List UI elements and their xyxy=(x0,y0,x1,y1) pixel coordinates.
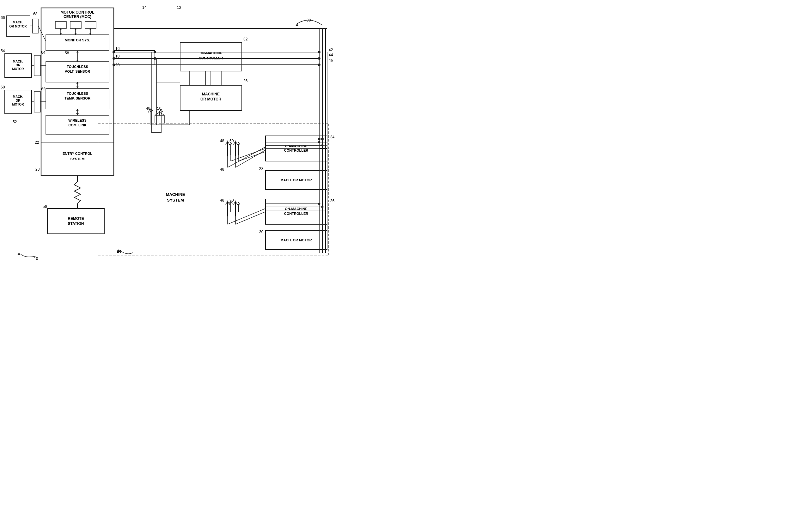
svg-rect-93 xyxy=(48,209,104,234)
mom26-label1: MACHINE xyxy=(202,92,220,96)
ref-12: 12 xyxy=(177,5,181,10)
mach-motor-60-1: MACH. xyxy=(13,95,23,99)
ref-23: 23 xyxy=(35,167,40,172)
svg-marker-16 xyxy=(74,28,77,30)
mach-motor-60-2: OR xyxy=(16,99,21,102)
ref-14: 14 xyxy=(142,5,147,10)
ref-48b: 48 xyxy=(220,139,224,143)
entry-ctrl-label2: SYSTEM xyxy=(70,157,85,161)
ref-26: 26 xyxy=(243,79,248,83)
ref-16: 16 xyxy=(115,46,120,51)
ref-42: 42 xyxy=(329,48,333,52)
svg-line-78 xyxy=(239,152,265,161)
machine-system-label1: MACHINE xyxy=(166,192,185,197)
svg-marker-13 xyxy=(59,28,62,30)
mcc-title-line1: MOTOR CONTROL xyxy=(60,10,94,15)
ref-52: 52 xyxy=(13,120,17,124)
mach-motor-60-3: MOTOR xyxy=(12,103,24,106)
ref-50c: 50 xyxy=(229,198,234,203)
ref-54: 54 xyxy=(1,49,5,53)
svg-marker-15 xyxy=(74,33,77,35)
mach-motor-54-1: MACH. xyxy=(13,60,23,63)
svg-marker-12 xyxy=(59,33,62,35)
mom26-label2: OR MOTOR xyxy=(200,97,221,101)
ref-50a: 50 xyxy=(157,106,162,111)
ref-32: 32 xyxy=(243,37,248,41)
svg-rect-10 xyxy=(85,21,96,28)
svg-marker-27 xyxy=(76,113,79,115)
ref-48c: 48 xyxy=(220,167,224,172)
ref-46: 46 xyxy=(329,58,333,62)
touchless-volt-label1: TOUCHLESS xyxy=(67,65,88,69)
svg-rect-9 xyxy=(70,21,81,28)
wireless-label1: WIRELESS xyxy=(68,118,86,122)
diagram-container: MOTOR CONTROL CENTER (MCC) MONITOR SYS. … xyxy=(0,0,396,266)
svg-rect-84 xyxy=(34,92,40,112)
monitor-sys-label: MONITOR SYS. xyxy=(65,38,90,42)
svg-marker-28 xyxy=(76,109,79,111)
svg-line-140 xyxy=(227,209,265,224)
svg-marker-106 xyxy=(296,24,299,26)
svg-line-137 xyxy=(236,150,265,167)
mach-motor-30: MACH. OR MOTOR xyxy=(280,238,312,242)
wireless-label2: COM. LINK xyxy=(68,123,86,127)
svg-line-136 xyxy=(227,147,265,167)
mach-motor-top-left-2: OR MOTOR xyxy=(10,25,27,28)
svg-marker-22 xyxy=(76,51,79,53)
ref-34: 34 xyxy=(330,135,335,139)
ref-48d: 48 xyxy=(220,198,224,203)
svg-marker-24 xyxy=(76,87,79,89)
svg-marker-18 xyxy=(89,33,92,35)
touchless-volt-label2: VOLT. SENSOR xyxy=(65,70,90,73)
omc34-label2: CONTROLLER xyxy=(284,149,308,152)
ref-44: 44 xyxy=(329,53,333,57)
ref-64: 64 xyxy=(41,50,45,55)
touchless-temp-label2: TEMP. SENSOR xyxy=(64,96,90,100)
machine-system-label2: SYSTEM xyxy=(167,198,184,203)
ref-62: 62 xyxy=(41,87,45,91)
mcc-title-line2: CENTER (MCC) xyxy=(63,15,91,19)
svg-line-77 xyxy=(231,149,265,161)
svg-marker-25 xyxy=(76,82,79,84)
omc32-label1: ON-MACHINE xyxy=(199,51,222,55)
omc36-label2: CONTROLLER xyxy=(284,212,308,215)
svg-marker-21 xyxy=(76,60,79,62)
remote-station-label1: REMOTE xyxy=(68,216,84,221)
mach-motor-top-left-1: MACH. xyxy=(13,21,23,24)
ref-68: 68 xyxy=(33,12,38,16)
ref-22: 22 xyxy=(35,140,39,145)
mach-motor-28: MACH. OR MOTOR xyxy=(280,178,312,182)
touchless-temp-label1: TOUCHLESS xyxy=(67,92,88,95)
ref-66: 66 xyxy=(1,16,5,20)
ref-60: 60 xyxy=(1,85,5,90)
svg-point-118 xyxy=(318,141,320,144)
svg-point-120 xyxy=(318,203,320,205)
svg-point-121 xyxy=(321,206,324,208)
ref-56: 56 xyxy=(43,204,47,209)
ref-50b: 50 xyxy=(229,139,234,143)
remote-station-label2: STATION xyxy=(68,222,84,226)
svg-rect-83 xyxy=(34,55,40,76)
svg-rect-90 xyxy=(33,19,38,33)
ref-36: 36 xyxy=(330,199,335,203)
mach-motor-54-2: OR xyxy=(16,63,21,67)
svg-rect-8 xyxy=(55,21,67,28)
ref-10: 10 xyxy=(34,256,38,261)
mach-motor-54-3: MOTOR xyxy=(12,67,24,71)
ref-58: 58 xyxy=(65,51,69,55)
ref-28: 28 xyxy=(259,167,263,171)
svg-marker-19 xyxy=(89,28,92,30)
omc34-label1: ON-MACHINE xyxy=(285,144,308,148)
svg-line-92 xyxy=(38,26,46,41)
svg-rect-3 xyxy=(46,35,109,51)
svg-line-141 xyxy=(236,212,265,224)
entry-ctrl-label1: ENTRY CONTROL xyxy=(62,152,92,155)
ref-30: 30 xyxy=(259,230,263,234)
svg-point-119 xyxy=(321,145,324,147)
ref-18: 18 xyxy=(115,54,120,58)
